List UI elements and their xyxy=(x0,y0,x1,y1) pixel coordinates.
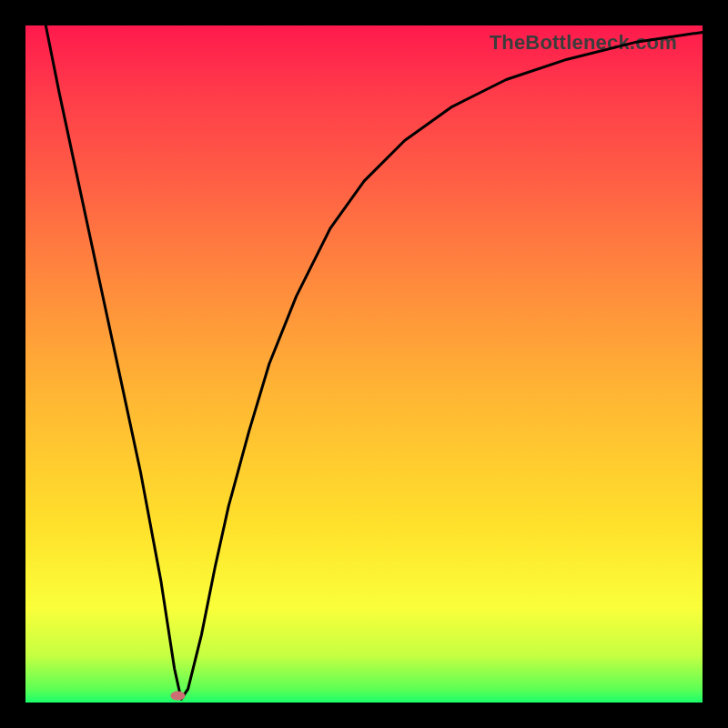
chart-frame: TheBottleneck.com xyxy=(0,0,728,728)
optimum-marker xyxy=(170,692,185,701)
bottleneck-curve xyxy=(46,25,703,699)
curve-layer xyxy=(25,25,703,703)
plot-area: TheBottleneck.com xyxy=(25,25,703,703)
